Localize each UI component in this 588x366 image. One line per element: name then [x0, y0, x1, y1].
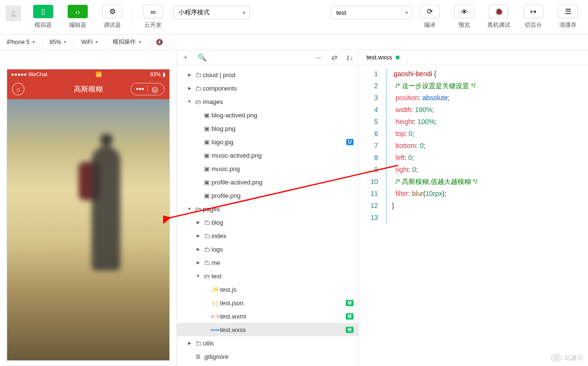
- split-icon[interactable]: ⫿↓: [346, 53, 354, 61]
- tree-item-test-wxml[interactable]: < >test.wxmlM: [177, 309, 358, 323]
- cloud-dev-button[interactable]: ∞ 云开发: [136, 3, 170, 29]
- real-debug-button[interactable]: 🐞 真机调试: [482, 3, 516, 29]
- mute-button[interactable]: 🔇: [149, 34, 170, 49]
- code-editor[interactable]: 12345678910111213 .gaoshi-bendi { /* 这一步…: [359, 65, 588, 366]
- code-line-12[interactable]: }: [386, 200, 588, 212]
- file-name: profile-actived.png: [212, 179, 353, 186]
- modified-dot-icon: [396, 56, 400, 59]
- close-icon: ◎: [151, 85, 159, 94]
- file-explorer: ＋ 🔍 ⋯ ⇄ ⫿↓ ▶🗀cloud | prod▶🗀components▼🗁i…: [176, 50, 359, 366]
- clear-cache-button[interactable]: ☰ 清缓存: [551, 3, 585, 29]
- tree-item-components[interactable]: ▶🗀components: [177, 81, 358, 95]
- folder-open-icon: 🗁: [193, 206, 203, 213]
- tree-item-music-actived-png[interactable]: ▣music-actived.png: [177, 149, 358, 162]
- file-name: music-actived.png: [212, 152, 353, 159]
- background-button[interactable]: ↦ 切后台: [516, 3, 551, 29]
- tree-item-profile-actived-png[interactable]: ▣profile-actived.png: [177, 175, 358, 189]
- editor-tab-test-wxss[interactable]: test.wxss: [359, 50, 408, 65]
- folder-open-icon: 🗁: [193, 98, 203, 105]
- file-icon: 🗎: [193, 353, 203, 360]
- code-line-9[interactable]: right: 0;: [386, 164, 588, 176]
- avatar[interactable]: [6, 6, 21, 21]
- project-select[interactable]: test: [331, 6, 412, 19]
- tree-item-profile-png[interactable]: ▣profile.png: [177, 189, 358, 202]
- code-icon: ‹›: [68, 5, 88, 18]
- tree-item-logo-jpg[interactable]: ▣logo.jpgU: [177, 135, 358, 149]
- preview-button[interactable]: 👁 预览: [447, 3, 482, 29]
- eye-icon: 👁: [454, 5, 474, 18]
- file-name: blog: [212, 219, 353, 226]
- simulator-panel: ●●●●● WeChat 📶 14:39 93%▮ ⌂ 高斯模糊 ••• ◎: [0, 50, 176, 366]
- file-name: test.wxml: [220, 313, 346, 320]
- vcs-badge: U: [346, 139, 353, 145]
- separator: [132, 7, 133, 26]
- code-line-4[interactable]: width: 100%;: [386, 104, 588, 116]
- tree-item-index[interactable]: ▶🗀index: [177, 229, 358, 242]
- search-icon[interactable]: 🔍: [198, 53, 207, 62]
- tree-item-music-png[interactable]: ▣music.png: [177, 162, 358, 175]
- file-tree[interactable]: ▶🗀cloud | prod▶🗀components▼🗁images▣blog-…: [177, 65, 358, 366]
- code-line-13[interactable]: [386, 212, 588, 224]
- phone-viewport[interactable]: [7, 99, 169, 360]
- code-line-5[interactable]: height: 100%;: [386, 116, 588, 128]
- simulator-button[interactable]: ▯ 模拟器: [26, 3, 60, 29]
- code-area[interactable]: .gaoshi-bendi { /* 这一步设置是关键设置 */ positio…: [383, 65, 588, 366]
- folder-icon: 🗀: [193, 340, 203, 347]
- code-line-3[interactable]: position: absolute;: [386, 92, 588, 104]
- file-name: profile.png: [212, 192, 353, 199]
- tree-item-logs[interactable]: ▶🗀logs: [177, 242, 358, 256]
- code-line-10[interactable]: /* 高斯模糊,值越大越模糊 */: [386, 176, 588, 188]
- file-name: logs: [212, 246, 353, 253]
- editor-tabs: test.wxss: [359, 50, 588, 65]
- code-line-8[interactable]: left: 0;: [386, 152, 588, 164]
- tree-item-pages[interactable]: ▼🗁pages: [177, 202, 358, 216]
- debug-icon: ⚙: [102, 5, 122, 18]
- network-select[interactable]: WiFi▼: [74, 34, 106, 49]
- code-line-2[interactable]: /* 这一步设置是关键设置 */: [386, 80, 588, 92]
- code-line-6[interactable]: top: 0;: [386, 128, 588, 140]
- top-toolbar: ▯ 模拟器 ‹› 编辑器 ⚙ 调试器 ∞ 云开发 小程序模式 test ⟳ 编译…: [0, 0, 588, 34]
- image-icon: ▣: [202, 138, 212, 146]
- file-name: images: [203, 98, 353, 105]
- device-select[interactable]: iPhone 5▼: [0, 34, 43, 49]
- tree-item-test-json[interactable]: { }test.jsonM: [177, 296, 358, 309]
- tree-item-test[interactable]: ▼🗁test: [177, 269, 358, 283]
- debugger-button[interactable]: ⚙ 调试器: [95, 3, 129, 29]
- code-line-7[interactable]: bottom: 0;: [386, 140, 588, 152]
- tree-item-utils[interactable]: ▶🗀utils: [177, 336, 358, 350]
- refresh-icon: ⟳: [420, 5, 440, 18]
- file-name: test.js: [220, 286, 353, 293]
- code-line-1[interactable]: .gaoshi-bendi {: [386, 68, 588, 80]
- more-icon[interactable]: ⋯: [316, 53, 323, 62]
- file-name: utils: [203, 340, 353, 347]
- tree-item-test-js[interactable]: JStest.js: [177, 283, 358, 296]
- new-file-icon[interactable]: ＋: [182, 53, 189, 62]
- capsule-button[interactable]: ••• ◎: [130, 83, 165, 95]
- tree-item-blog[interactable]: ▶🗀blog: [177, 216, 358, 229]
- phone-frame: ●●●●● WeChat 📶 14:39 93%▮ ⌂ 高斯模糊 ••• ◎: [7, 69, 170, 361]
- compile-button[interactable]: ⟳ 编译: [412, 3, 447, 29]
- folder-open-icon: 🗁: [202, 273, 212, 280]
- tree-item-me[interactable]: ▶🗀me: [177, 256, 358, 269]
- tree-item-images[interactable]: ▼🗁images: [177, 95, 358, 108]
- mode-select[interactable]: 小程序模式: [173, 6, 250, 19]
- file-name: me: [212, 259, 353, 266]
- zoom-select[interactable]: 85%▼: [43, 34, 74, 49]
- wxml-icon: < >: [211, 313, 220, 320]
- phone-status-bar: ●●●●● WeChat 📶 14:39 93%▮: [7, 69, 169, 79]
- file-name: blog-actived.png: [212, 112, 353, 119]
- tree-item-blog-actived-png[interactable]: ▣blog-actived.png: [177, 108, 358, 122]
- file-name: logo.jpg: [212, 138, 346, 146]
- editor-button[interactable]: ‹› 编辑器: [60, 3, 95, 29]
- line-gutter: 12345678910111213: [359, 65, 383, 366]
- code-line-11[interactable]: filter: blur(10rpx);: [386, 188, 588, 200]
- image-icon: ▣: [202, 165, 212, 172]
- file-name: pages: [203, 206, 353, 213]
- tree-item-blog-png[interactable]: ▣blog.png: [177, 122, 358, 135]
- tree-item--gitignore[interactable]: 🗎.gitignore: [177, 350, 358, 363]
- phone-icon: ▯: [33, 5, 53, 18]
- tree-item-test-wxss[interactable]: wxsstest.wxssM: [177, 323, 358, 336]
- sim-operation-select[interactable]: 模拟操作▼: [106, 34, 149, 49]
- settings-icon[interactable]: ⇄: [331, 53, 338, 62]
- watermark: 亿速云: [551, 354, 583, 362]
